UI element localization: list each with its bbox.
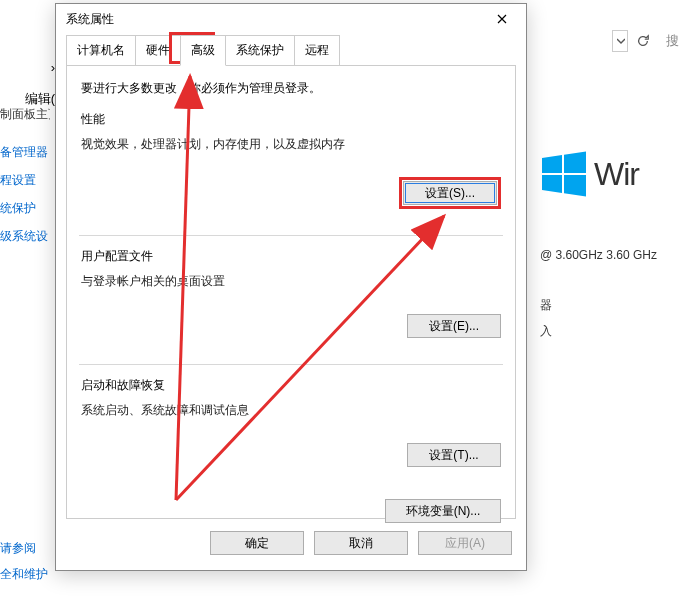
dialog-title: 系统属性 xyxy=(66,11,114,28)
cpu-spec: @ 3.60GHz 3.60 GHz xyxy=(540,248,685,262)
sidebar: 制面板主页 备管理器 程设置 统保护 级系统设 xyxy=(0,100,50,250)
sidebar-item-device-mgr[interactable]: 备管理器 xyxy=(0,138,50,166)
tab-advanced[interactable]: 高级 xyxy=(180,35,226,66)
svg-marker-2 xyxy=(542,175,562,193)
sidebar-heading: 制面板主页 xyxy=(0,100,50,128)
admin-notice: 要进行大多数更改，你必须作为管理员登录。 xyxy=(81,80,501,97)
tab-hardware[interactable]: 硬件 xyxy=(135,35,181,66)
svg-marker-1 xyxy=(564,152,586,174)
group-performance-desc: 视觉效果，处理器计划，内存使用，以及虚拟内存 xyxy=(81,136,501,153)
group-user-profiles: 用户配置文件 与登录帐户相关的桌面设置 设置(E)... xyxy=(81,248,501,364)
group-startup-recovery-title: 启动和故障恢复 xyxy=(81,377,501,394)
sidebar-item-remote[interactable]: 程设置 xyxy=(0,166,50,194)
startup-recovery-settings-button[interactable]: 设置(T)... xyxy=(407,443,501,467)
system-properties-dialog: 系统属性 计算机名 硬件 高级 系统保护 远程 要进行大多数更改，你必须作为管理… xyxy=(55,3,527,571)
dialog-footer: 确定 取消 应用(A) xyxy=(56,519,526,555)
dialog-body: 要进行大多数更改，你必须作为管理员登录。 性能 视觉效果，处理器计划，内存使用，… xyxy=(66,65,516,519)
cancel-button[interactable]: 取消 xyxy=(314,531,408,555)
spec-line-2: 入 xyxy=(540,318,685,344)
tab-protection[interactable]: 系统保护 xyxy=(225,35,295,66)
spec-line-1: 器 xyxy=(540,292,685,318)
tab-strip: 计算机名 硬件 高级 系统保护 远程 xyxy=(56,34,526,65)
see-also-label: 请参阅 xyxy=(0,535,48,561)
environment-variables-button[interactable]: 环境变量(N)... xyxy=(385,499,501,523)
user-profiles-settings-button[interactable]: 设置(E)... xyxy=(407,314,501,338)
group-startup-recovery-desc: 系统启动、系统故障和调试信息 xyxy=(81,402,501,419)
sidebar-item-protection[interactable]: 统保护 xyxy=(0,194,50,222)
refresh-icon[interactable] xyxy=(632,30,654,52)
windows-logo: Wir xyxy=(540,150,685,198)
separator xyxy=(79,235,503,236)
group-performance-title: 性能 xyxy=(81,111,501,128)
close-button[interactable] xyxy=(484,7,520,31)
ok-button[interactable]: 确定 xyxy=(210,531,304,555)
tab-remote[interactable]: 远程 xyxy=(294,35,340,66)
windows-text: Wir xyxy=(594,156,639,193)
group-performance: 性能 视觉效果，处理器计划，内存使用，以及虚拟内存 设置(S)... xyxy=(81,111,501,235)
tab-computer-name[interactable]: 计算机名 xyxy=(66,35,136,66)
performance-settings-button[interactable]: 设置(S)... xyxy=(403,181,497,205)
search-placeholder[interactable]: 搜 xyxy=(666,32,679,50)
dialog-titlebar: 系统属性 xyxy=(56,4,526,34)
address-dropdown[interactable] xyxy=(612,30,628,52)
group-user-profiles-desc: 与登录帐户相关的桌面设置 xyxy=(81,273,501,290)
security-maintenance-link[interactable]: 全和维护 xyxy=(0,561,48,587)
svg-marker-0 xyxy=(542,155,562,173)
sidebar-item-advanced[interactable]: 级系统设 xyxy=(0,222,50,250)
annotation-settings-highlight: 设置(S)... xyxy=(399,177,501,209)
svg-marker-3 xyxy=(564,175,586,197)
separator xyxy=(79,364,503,365)
group-startup-recovery: 启动和故障恢复 系统启动、系统故障和调试信息 设置(T)... xyxy=(81,377,501,493)
group-user-profiles-title: 用户配置文件 xyxy=(81,248,501,265)
apply-button[interactable]: 应用(A) xyxy=(418,531,512,555)
right-info-panel: Wir @ 3.60GHz 3.60 GHz 器 入 xyxy=(540,150,685,344)
sidebar-footer: 请参阅 全和维护 xyxy=(0,535,48,587)
